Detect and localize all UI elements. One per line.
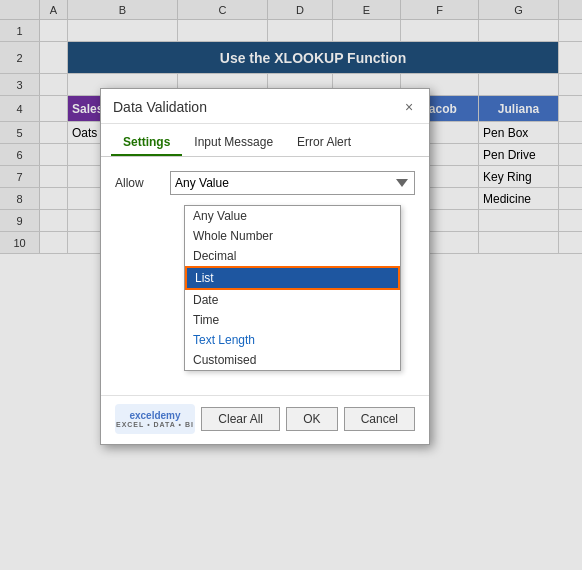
dialog-footer: exceldemy EXCEL • DATA • BI Clear All OK…: [101, 395, 429, 444]
dialog-tabs: Settings Input Message Error Alert: [101, 124, 429, 157]
watermark-logo: exceldemy EXCEL • DATA • BI: [115, 404, 195, 434]
allow-field-row: Allow Any Value: [115, 171, 415, 195]
watermark-line2: EXCEL • DATA • BI: [116, 421, 194, 428]
tab-input-message[interactable]: Input Message: [182, 130, 285, 156]
dropdown-item-decimal[interactable]: Decimal: [185, 246, 400, 266]
watermark-line1: exceldemy: [129, 410, 180, 421]
dropdown-item-list[interactable]: List: [185, 266, 400, 290]
ok-button[interactable]: OK: [286, 407, 337, 431]
dialog-title: Data Validation: [113, 99, 207, 115]
dropdown-item-time[interactable]: Time: [185, 310, 400, 330]
allow-select[interactable]: Any Value: [170, 171, 415, 195]
dropdown-item-textlength[interactable]: Text Length: [185, 330, 400, 350]
spreadsheet: A B C D E F G 1 2 Use the XLOOKUP Functi…: [0, 0, 582, 570]
dialog-body: Allow Any Value Any Value Whole Number D…: [101, 157, 429, 389]
cancel-button[interactable]: Cancel: [344, 407, 415, 431]
dropdown-item-anyvalue[interactable]: Any Value: [185, 206, 400, 226]
tab-settings[interactable]: Settings: [111, 130, 182, 156]
dialog-titlebar: Data Validation ×: [101, 89, 429, 124]
dropdown-item-customised[interactable]: Customised: [185, 350, 400, 370]
dialog-close-button[interactable]: ×: [399, 97, 419, 117]
tab-error-alert[interactable]: Error Alert: [285, 130, 363, 156]
footer-right: OK Cancel: [286, 407, 415, 431]
dropdown-item-wholenumber[interactable]: Whole Number: [185, 226, 400, 246]
allow-label: Allow: [115, 176, 170, 190]
footer-left: Clear All: [201, 407, 280, 431]
allow-dropdown-list: Any Value Whole Number Decimal List Date…: [184, 205, 401, 371]
clear-all-button[interactable]: Clear All: [201, 407, 280, 431]
dropdown-item-date[interactable]: Date: [185, 290, 400, 310]
data-validation-dialog: Data Validation × Settings Input Message…: [100, 88, 430, 445]
